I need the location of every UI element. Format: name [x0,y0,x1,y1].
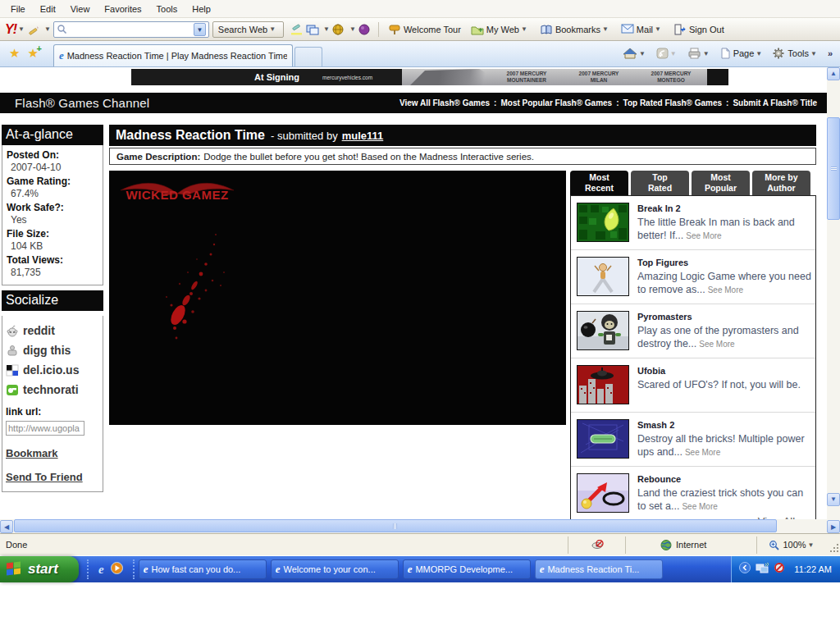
page-button[interactable]: Page▼ [720,48,765,59]
tray-network-icon[interactable] [756,562,769,577]
tabs-window-icon[interactable] [306,24,319,35]
tab-most-recent[interactable]: MostRecent [570,171,628,195]
see-more-link[interactable]: See More [708,285,743,294]
menu-tools[interactable]: Tools [149,2,185,16]
quick-launch-media-player-icon[interactable] [111,562,123,578]
globe-icon[interactable] [332,24,345,35]
clock[interactable]: 11:22 AM [794,564,832,574]
mail-dropdown-icon[interactable]: ▼ [655,25,661,33]
page-dropdown-icon[interactable]: ▼ [756,50,762,57]
game-item-title[interactable]: Rebounce [637,474,811,484]
list-item-ufobia[interactable]: Ufobia Scared of UFO's? If not, you will… [571,358,815,413]
highlighter-icon[interactable] [290,24,304,35]
bookmarks-link[interactable]: Bookmarks ▼ [540,24,611,35]
sign-out-link[interactable]: Sign Out [673,24,724,35]
thumb-top-figures[interactable] [577,257,629,296]
tray-collapse-chevron[interactable] [739,562,751,577]
taskbar-window-2[interactable]: eWelcome to your con... [271,559,399,579]
yahoo-menu-dropdown-icon[interactable]: ▼ [18,25,25,33]
tab-more-by-author[interactable]: More byAuthor [752,171,810,195]
menu-favorites[interactable]: Favorites [97,2,148,16]
list-item-rebounce[interactable]: Rebounce Land the craziest trick shots y… [571,467,815,519]
list-item-smash-2[interactable]: Smash 2 Destroy all the bricks! Multiple… [571,413,815,467]
pencil-icon[interactable] [27,24,40,35]
resize-grip[interactable] [829,536,840,554]
toolbar-search-box[interactable]: ▼ [53,21,209,38]
messenger-icon[interactable] [358,24,372,35]
my-web-dropdown-icon[interactable]: ▼ [521,25,527,33]
print-button[interactable]: ▼ [687,48,712,59]
zoom-dropdown-icon[interactable]: ▼ [808,541,815,549]
my-web-link[interactable]: + My Web ▼ [471,24,530,35]
tabs-window-dropdown-icon[interactable]: ▼ [323,25,330,33]
taskbar-window-1[interactable]: eHow fast can you do... [139,559,267,579]
favorites-center-icon[interactable]: ★ [9,46,20,61]
game-item-title[interactable]: Smash 2 [637,420,811,430]
taskbar-window-3[interactable]: eMMORPG Developme... [403,559,531,579]
see-more-link[interactable]: See More [685,448,720,457]
bookmarks-dropdown-icon[interactable]: ▼ [602,25,609,33]
horizontal-scrollbar[interactable]: ◀ ▶ [0,519,840,533]
tools-dropdown-icon[interactable]: ▼ [810,50,817,57]
welcome-tour-link[interactable]: Welcome Tour [388,24,461,35]
tools-button[interactable]: Tools▼ [773,48,819,59]
tab-top-rated[interactable]: TopRated [631,171,689,195]
vertical-scroll-thumb[interactable] [827,117,840,220]
ad-banner[interactable]: At Signing mercuryvehicles.com 2007 MERC… [131,69,728,85]
home-dropdown-icon[interactable]: ▼ [639,50,646,57]
game-item-title[interactable]: Top Figures [637,258,811,267]
bookmark-link[interactable]: Bookmark [6,447,101,459]
delicious-link[interactable]: del.icio.us [4,360,101,380]
vertical-scrollbar[interactable]: ▲ ▼ [827,67,840,519]
menu-edit[interactable]: Edit [33,2,63,16]
link-url-input[interactable] [6,421,84,436]
link-top-rated-flash-games[interactable]: Top Rated Flash® Games [623,98,723,107]
scroll-left-button[interactable]: ◀ [0,520,13,533]
author-link[interactable]: mule111 [342,130,384,142]
command-overflow-chevron[interactable]: » [828,48,833,58]
thumb-break-in-2[interactable] [577,203,629,242]
list-item-pyromasters[interactable]: Pyromasters Play as one of the pyromaste… [571,304,815,358]
home-button[interactable]: ▼ [623,48,648,59]
new-tab-stub[interactable] [294,47,322,66]
pencil-dropdown-icon[interactable]: ▼ [44,25,51,33]
thumb-pyromasters[interactable] [577,311,629,350]
see-more-link[interactable]: See More [686,231,721,240]
search-history-dropdown-icon[interactable]: ▼ [194,23,206,36]
add-favorite-icon[interactable]: ★ [27,46,38,61]
technorati-link[interactable]: technorati [4,380,101,399]
game-item-title[interactable]: Break In 2 [637,203,811,213]
menu-help[interactable]: Help [185,2,218,16]
tab-most-popular[interactable]: MostPopular [692,171,750,195]
scroll-down-button[interactable]: ▼ [827,493,840,506]
link-most-popular-flash-games[interactable]: Most Popular Flash® Games [500,98,612,107]
send-to-friend-link[interactable]: Send To Friend [6,471,101,483]
menu-view[interactable]: View [63,2,98,16]
scroll-up-button[interactable]: ▲ [827,67,840,80]
game-item-title[interactable]: Pyromasters [637,312,811,322]
zoom-section[interactable]: 100% ▼ [756,536,829,554]
quick-launch-ie-icon[interactable]: e [98,563,104,577]
digg-link[interactable]: digg this [4,340,101,360]
taskbar-window-4-active[interactable]: eMadness Reaction Ti... [535,559,663,579]
thumb-smash-2[interactable] [577,419,629,459]
mail-link[interactable]: Mail ▼ [621,24,664,35]
flash-game-area[interactable]: WICKED GAMEZ [109,171,566,425]
horizontal-scroll-thumb[interactable] [14,519,777,532]
menu-file[interactable]: File [3,2,33,16]
feeds-button[interactable]: ▼ [656,48,679,59]
yahoo-logo[interactable]: Y! [5,22,16,37]
tray-blocked-icon[interactable] [774,562,785,577]
search-web-button[interactable]: Search Web ▼ [212,21,284,38]
see-more-link[interactable]: See More [682,502,717,511]
globe-dropdown-icon[interactable]: ▼ [349,25,356,33]
game-item-title[interactable]: Ufobia [637,366,811,376]
link-view-all-flash-games[interactable]: View All Flash® Games [399,98,490,107]
list-item-top-figures[interactable]: Top Figures Amazing Logic Game where you… [571,250,815,304]
see-more-link[interactable]: See More [699,340,734,349]
print-dropdown-icon[interactable]: ▼ [703,50,710,57]
thumb-rebounce[interactable] [577,473,629,513]
reddit-link[interactable]: reddit [4,321,101,340]
start-button[interactable]: start [0,556,79,582]
search-web-dropdown-icon[interactable]: ▼ [269,25,276,33]
